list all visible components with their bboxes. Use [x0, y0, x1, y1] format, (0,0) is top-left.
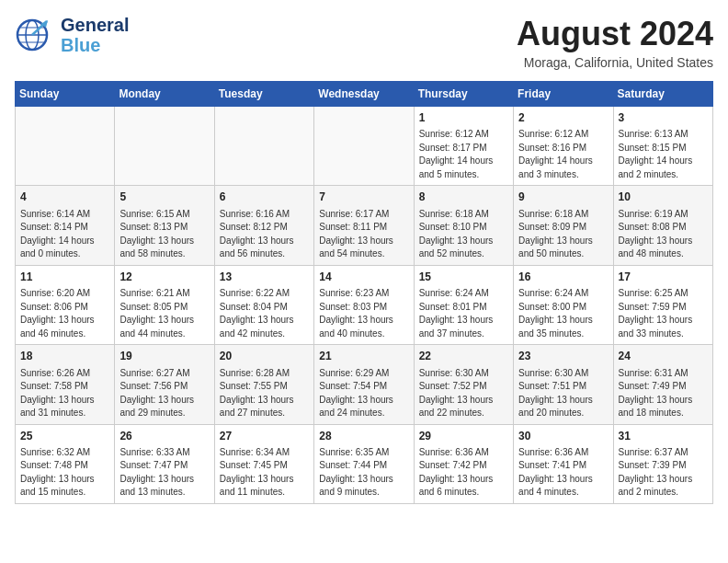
day-number: 28: [319, 429, 408, 444]
table-row: 19Sunrise: 6:27 AMSunset: 7:56 PMDayligh…: [115, 345, 214, 424]
day-number: 25: [20, 429, 109, 444]
day-info: Sunrise: 6:32 AMSunset: 7:48 PMDaylight:…: [20, 446, 109, 500]
calendar-table: Sunday Monday Tuesday Wednesday Thursday…: [15, 81, 713, 504]
col-monday: Monday: [115, 82, 214, 107]
day-number: 30: [518, 429, 608, 444]
table-row: 18Sunrise: 6:26 AMSunset: 7:58 PMDayligh…: [16, 345, 115, 424]
day-info: Sunrise: 6:25 AMSunset: 7:59 PMDaylight:…: [619, 287, 708, 340]
day-number: 11: [20, 270, 109, 285]
location: Moraga, California, United States: [517, 55, 713, 70]
day-number: 22: [419, 349, 508, 364]
day-number: 23: [518, 349, 608, 364]
day-number: 15: [419, 270, 508, 285]
logo-text: General: [61, 15, 129, 35]
calendar-week-row: 4Sunrise: 6:14 AMSunset: 8:14 PMDaylight…: [16, 186, 713, 265]
day-info: Sunrise: 6:31 AMSunset: 7:49 PMDaylight:…: [619, 367, 708, 420]
table-row: 16Sunrise: 6:24 AMSunset: 8:00 PMDayligh…: [514, 265, 613, 344]
day-info: Sunrise: 6:27 AMSunset: 7:56 PMDaylight:…: [119, 367, 209, 420]
table-row: 1Sunrise: 6:12 AMSunset: 8:17 PMDaylight…: [414, 107, 513, 186]
day-info: Sunrise: 6:29 AMSunset: 7:54 PMDaylight:…: [319, 367, 408, 420]
table-row: 23Sunrise: 6:30 AMSunset: 7:51 PMDayligh…: [514, 345, 613, 424]
day-info: Sunrise: 6:34 AMSunset: 7:45 PMDaylight:…: [220, 446, 309, 500]
table-row: 2Sunrise: 6:12 AMSunset: 8:16 PMDaylight…: [514, 107, 613, 186]
day-number: 12: [119, 270, 209, 285]
table-row: 30Sunrise: 6:36 AMSunset: 7:41 PMDayligh…: [514, 424, 613, 503]
table-row: 28Sunrise: 6:35 AMSunset: 7:44 PMDayligh…: [314, 424, 414, 503]
day-info: Sunrise: 6:26 AMSunset: 7:58 PMDaylight:…: [20, 367, 109, 420]
col-wednesday: Wednesday: [314, 82, 414, 107]
day-info: Sunrise: 6:30 AMSunset: 7:51 PMDaylight:…: [518, 367, 608, 420]
day-info: Sunrise: 6:14 AMSunset: 8:14 PMDaylight:…: [20, 208, 109, 261]
table-row: 12Sunrise: 6:21 AMSunset: 8:05 PMDayligh…: [115, 265, 214, 344]
table-row: 3Sunrise: 6:13 AMSunset: 8:15 PMDaylight…: [613, 107, 712, 186]
table-row: 10Sunrise: 6:19 AMSunset: 8:08 PMDayligh…: [613, 186, 712, 265]
table-row: 7Sunrise: 6:17 AMSunset: 8:11 PMDaylight…: [314, 186, 414, 265]
day-number: 6: [220, 190, 309, 205]
table-row: 9Sunrise: 6:18 AMSunset: 8:09 PMDaylight…: [514, 186, 613, 265]
table-row: [115, 107, 214, 186]
calendar-week-row: 25Sunrise: 6:32 AMSunset: 7:48 PMDayligh…: [16, 424, 713, 503]
day-info: Sunrise: 6:15 AMSunset: 8:13 PMDaylight:…: [119, 208, 209, 261]
day-number: 21: [319, 349, 408, 364]
table-row: 22Sunrise: 6:30 AMSunset: 7:52 PMDayligh…: [414, 345, 513, 424]
table-row: 15Sunrise: 6:24 AMSunset: 8:01 PMDayligh…: [414, 265, 513, 344]
day-info: Sunrise: 6:18 AMSunset: 8:09 PMDaylight:…: [518, 208, 608, 261]
table-row: 21Sunrise: 6:29 AMSunset: 7:54 PMDayligh…: [314, 345, 414, 424]
day-info: Sunrise: 6:21 AMSunset: 8:05 PMDaylight:…: [119, 287, 209, 340]
day-info: Sunrise: 6:33 AMSunset: 7:47 PMDaylight:…: [119, 446, 209, 500]
table-row: 26Sunrise: 6:33 AMSunset: 7:47 PMDayligh…: [115, 424, 214, 503]
calendar-week-row: 1Sunrise: 6:12 AMSunset: 8:17 PMDaylight…: [16, 107, 713, 186]
col-sunday: Sunday: [16, 82, 115, 107]
col-friday: Friday: [514, 82, 613, 107]
day-number: 19: [119, 349, 209, 364]
day-info: Sunrise: 6:13 AMSunset: 8:15 PMDaylight:…: [619, 128, 708, 181]
logo: General Blue: [15, 15, 129, 55]
calendar-week-row: 18Sunrise: 6:26 AMSunset: 7:58 PMDayligh…: [16, 345, 713, 424]
day-number: 10: [619, 190, 708, 205]
day-info: Sunrise: 6:12 AMSunset: 8:16 PMDaylight:…: [518, 128, 608, 181]
day-number: 3: [619, 110, 708, 126]
day-number: 2: [518, 110, 608, 126]
day-info: Sunrise: 6:24 AMSunset: 8:01 PMDaylight:…: [419, 287, 508, 340]
calendar-week-row: 11Sunrise: 6:20 AMSunset: 8:06 PMDayligh…: [16, 265, 713, 344]
day-info: Sunrise: 6:35 AMSunset: 7:44 PMDaylight:…: [319, 446, 408, 500]
day-number: 1: [419, 110, 508, 126]
day-info: Sunrise: 6:20 AMSunset: 8:06 PMDaylight:…: [20, 287, 109, 340]
day-number: 27: [220, 429, 309, 444]
day-info: Sunrise: 6:12 AMSunset: 8:17 PMDaylight:…: [419, 128, 508, 181]
day-number: 26: [119, 429, 209, 444]
table-row: 29Sunrise: 6:36 AMSunset: 7:42 PMDayligh…: [414, 424, 513, 503]
table-row: 17Sunrise: 6:25 AMSunset: 7:59 PMDayligh…: [613, 265, 712, 344]
month-year: August 2024: [517, 15, 713, 53]
table-row: 4Sunrise: 6:14 AMSunset: 8:14 PMDaylight…: [16, 186, 115, 265]
title-block: August 2024 Moraga, California, United S…: [517, 15, 713, 70]
table-row: 25Sunrise: 6:32 AMSunset: 7:48 PMDayligh…: [16, 424, 115, 503]
day-info: Sunrise: 6:22 AMSunset: 8:04 PMDaylight:…: [220, 287, 309, 340]
table-row: 8Sunrise: 6:18 AMSunset: 8:10 PMDaylight…: [414, 186, 513, 265]
table-row: 20Sunrise: 6:28 AMSunset: 7:55 PMDayligh…: [214, 345, 313, 424]
table-row: 27Sunrise: 6:34 AMSunset: 7:45 PMDayligh…: [214, 424, 313, 503]
day-number: 24: [619, 349, 708, 364]
logo-subtext: Blue: [61, 35, 129, 55]
day-info: Sunrise: 6:19 AMSunset: 8:08 PMDaylight:…: [619, 208, 708, 261]
day-number: 4: [20, 190, 109, 205]
table-row: [214, 107, 313, 186]
day-info: Sunrise: 6:36 AMSunset: 7:41 PMDaylight:…: [518, 446, 608, 500]
day-number: 18: [20, 349, 109, 364]
day-number: 5: [119, 190, 209, 205]
table-row: 11Sunrise: 6:20 AMSunset: 8:06 PMDayligh…: [16, 265, 115, 344]
page-header: General Blue August 2024 Moraga, Califor…: [15, 15, 713, 70]
day-number: 31: [619, 429, 708, 444]
day-number: 16: [518, 270, 608, 285]
col-saturday: Saturday: [613, 82, 712, 107]
calendar-header-row: Sunday Monday Tuesday Wednesday Thursday…: [16, 82, 713, 107]
day-number: 8: [419, 190, 508, 205]
day-info: Sunrise: 6:18 AMSunset: 8:10 PMDaylight:…: [419, 208, 508, 261]
day-number: 13: [220, 270, 309, 285]
day-number: 9: [518, 190, 608, 205]
day-info: Sunrise: 6:30 AMSunset: 7:52 PMDaylight:…: [419, 367, 508, 420]
day-number: 29: [419, 429, 508, 444]
day-info: Sunrise: 6:36 AMSunset: 7:42 PMDaylight:…: [419, 446, 508, 500]
table-row: 13Sunrise: 6:22 AMSunset: 8:04 PMDayligh…: [214, 265, 313, 344]
day-info: Sunrise: 6:16 AMSunset: 8:12 PMDaylight:…: [220, 208, 309, 261]
